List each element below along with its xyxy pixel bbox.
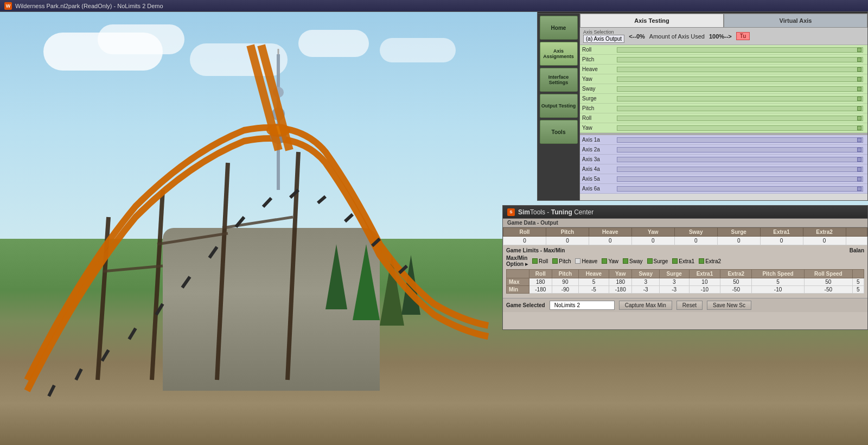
roll2-bar: [617, 116, 863, 121]
axis-selection-label: Axis Selection: [583, 29, 614, 35]
max-pitchspeed[interactable]: 5: [752, 278, 805, 286]
right-pct-label: 100%-->: [709, 33, 732, 40]
pitch-bar: [617, 57, 863, 62]
heave-bar: [617, 67, 863, 72]
min-sway[interactable]: -3: [632, 286, 660, 294]
max-extra2[interactable]: 50: [720, 278, 752, 286]
axis-row-1a: Axis 1a: [580, 135, 867, 145]
min-roll[interactable]: -180: [529, 286, 552, 294]
axis4a-bar: [617, 167, 863, 172]
cb-roll[interactable]: Roll: [532, 258, 548, 264]
cb-extra2[interactable]: Extra2: [699, 258, 721, 264]
cb-pitch-label: Pitch: [559, 258, 571, 264]
cb-surge[interactable]: Surge: [647, 258, 668, 264]
svg-line-7: [49, 385, 54, 396]
svg-line-12: [182, 277, 190, 288]
nav-home-btn[interactable]: Home: [540, 16, 578, 40]
min-yaw[interactable]: -180: [609, 286, 632, 294]
tuning-panel: S SimTools - Tuning Center Game Data - O…: [502, 205, 868, 330]
cb-extra1[interactable]: Extra1: [672, 258, 694, 264]
nav-axis-btn[interactable]: Axis Assignments: [540, 42, 578, 66]
nav-output-btn[interactable]: Output Testing: [540, 94, 578, 118]
game-select-dropdown[interactable]: NoLimits 2: [550, 301, 615, 310]
axis-row-sway: Sway: [580, 84, 867, 94]
axis-row-pitch2: Pitch: [580, 104, 867, 113]
tuning-title: SimTools - Tuning Center: [518, 208, 593, 216]
col-extra1: Extra1: [760, 228, 803, 237]
sway-label: Sway: [582, 86, 615, 92]
max-extra1[interactable]: 10: [689, 278, 720, 286]
svg-line-17: [318, 196, 326, 203]
nav-interface-btn[interactable]: Interface Settings: [540, 68, 578, 92]
max-surge[interactable]: 3: [659, 278, 689, 286]
max-yaw[interactable]: 180: [609, 278, 632, 286]
max-label: Max: [507, 278, 529, 286]
axis3a-bar: [617, 157, 863, 162]
max-heave[interactable]: 5: [578, 278, 609, 286]
cb-extra1-icon: [672, 258, 678, 264]
cb-yaw[interactable]: Yaw: [602, 258, 618, 264]
axis-row-5a: Axis 5a: [580, 174, 867, 184]
min-pitch[interactable]: -90: [552, 286, 578, 294]
tab-virtual-axis[interactable]: Virtual Axis: [724, 14, 867, 28]
game-data-subtitle: Game Data - Output: [503, 219, 867, 227]
cb-pitch[interactable]: Pitch: [552, 258, 571, 264]
min-rollspeed[interactable]: -50: [804, 286, 852, 294]
blue-axis-section: Axis 1a Axis 2a Axis 3a Axis 4a Axis 5a: [580, 135, 867, 194]
axis3a-label: Axis 3a: [582, 156, 615, 162]
axis6a-bar: [617, 186, 863, 192]
max-extra[interactable]: 5: [852, 278, 864, 286]
val-sway: 0: [674, 237, 717, 245]
limits-extra1-h: Extra1: [689, 270, 720, 278]
axis-row-roll: Roll: [580, 45, 867, 55]
cb-heave-icon: [575, 258, 580, 264]
limits-table: Roll Pitch Heave Yaw Sway Surge Extra1 E…: [506, 269, 864, 294]
game-limits-section: Game Limits - Max/Min Balan Max/MinOptio…: [503, 245, 867, 298]
max-rollspeed[interactable]: 50: [804, 278, 852, 286]
min-surge[interactable]: -3: [659, 286, 689, 294]
min-pitchspeed[interactable]: -10: [752, 286, 805, 294]
min-heave[interactable]: -5: [578, 286, 609, 294]
cb-heave[interactable]: Heave: [575, 258, 597, 264]
sway-bar: [617, 86, 863, 92]
min-extra[interactable]: 5: [852, 286, 864, 294]
max-roll[interactable]: 180: [529, 278, 552, 286]
limits-extra2-h: Extra2: [720, 270, 752, 278]
axis5a-bar: [617, 176, 863, 182]
nav-tools-btn[interactable]: Tools: [540, 120, 578, 144]
cb-sway[interactable]: Sway: [623, 258, 642, 264]
axis6a-label: Axis 6a: [582, 186, 615, 192]
data-output-table: Roll Pitch Heave Yaw Sway Surge Extra1 E…: [503, 227, 867, 245]
col-sway: Sway: [674, 228, 717, 237]
game-engine-panel: S SimTools - Game Engine Home Axis Assig…: [537, 0, 868, 201]
axis-row-3a: Axis 3a: [580, 155, 867, 164]
cb-sway-icon: [623, 258, 628, 264]
min-label: Min: [507, 286, 529, 294]
max-sway[interactable]: 3: [632, 278, 660, 286]
col-extra3: [846, 228, 867, 237]
cb-extra2-label: Extra2: [705, 258, 721, 264]
axis4a-label: Axis 4a: [582, 166, 615, 172]
val-pitch: 0: [546, 237, 589, 245]
tab-axis-testing[interactable]: Axis Testing: [580, 14, 724, 28]
axis-dropdown[interactable]: (a) Axis Output: [583, 35, 624, 43]
min-extra2[interactable]: -50: [720, 286, 752, 294]
svg-line-8: [76, 369, 81, 380]
axis-row-pitch: Pitch: [580, 55, 867, 65]
svg-line-6: [222, 217, 293, 228]
maxmin-option-label: Max/MinOption ▸: [506, 255, 528, 267]
capture-btn[interactable]: Capture Max Min: [619, 301, 672, 310]
tune-button[interactable]: Tu: [736, 32, 750, 40]
axis-row-2a: Axis 2a: [580, 145, 867, 155]
save-btn[interactable]: Save New Sc: [707, 301, 751, 310]
col-heave: Heave: [589, 228, 631, 237]
cb-surge-label: Surge: [654, 258, 668, 264]
max-pitch[interactable]: 90: [552, 278, 578, 286]
svg-line-13: [209, 247, 217, 258]
reset-btn[interactable]: Reset: [676, 301, 703, 310]
axis1a-bar: [617, 137, 863, 143]
window-icon: W: [4, 2, 12, 10]
game-select-label: Game Selected: [506, 302, 545, 308]
min-extra1[interactable]: -10: [689, 286, 720, 294]
roll2-label: Roll: [582, 115, 615, 121]
